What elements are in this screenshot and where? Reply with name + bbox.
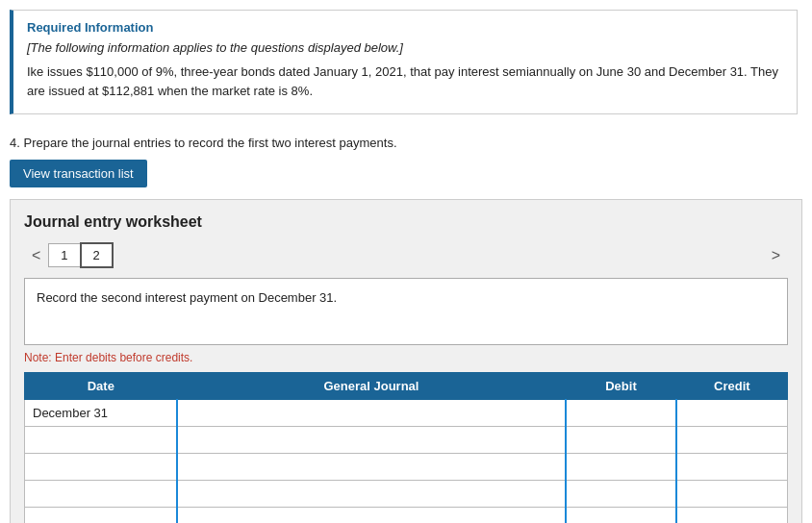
date-cell-1: December 31: [25, 400, 178, 427]
header-credit: Credit: [676, 373, 787, 400]
journal-input-1[interactable]: [178, 400, 565, 426]
debit-input-1[interactable]: [567, 400, 675, 426]
journal-cell-3[interactable]: [177, 454, 566, 481]
view-transaction-button[interactable]: View transaction list: [10, 160, 147, 187]
credit-cell-3[interactable]: [676, 454, 787, 481]
header-debit: Debit: [566, 373, 676, 400]
date-cell-5: [25, 508, 178, 524]
table-row: [25, 508, 788, 524]
journal-cell-1[interactable]: [177, 400, 566, 427]
journal-input-4[interactable]: [178, 481, 565, 507]
required-info-subtitle: [The following information applies to th…: [27, 40, 783, 55]
debit-input-5[interactable]: [567, 508, 675, 523]
tab-navigation: < 1 2 >: [24, 242, 788, 268]
tab-next-arrow[interactable]: >: [764, 248, 788, 263]
journal-cell-4[interactable]: [177, 481, 566, 508]
tab-prev-arrow[interactable]: <: [24, 248, 48, 263]
credit-cell-1[interactable]: [676, 400, 787, 427]
credit-cell-4[interactable]: [676, 481, 787, 508]
table-row: [25, 427, 788, 454]
debit-input-2[interactable]: [567, 427, 675, 453]
debit-cell-5[interactable]: [566, 508, 676, 524]
tab-2[interactable]: 2: [80, 242, 114, 268]
debit-input-4[interactable]: [567, 481, 675, 507]
header-date: Date: [25, 373, 178, 400]
credit-input-1[interactable]: [677, 400, 787, 426]
journal-input-5[interactable]: [178, 508, 565, 523]
credit-input-5[interactable]: [677, 508, 787, 523]
journal-input-3[interactable]: [178, 454, 565, 480]
required-info-box: Required Information [The following info…: [10, 10, 798, 114]
journal-input-2[interactable]: [178, 427, 565, 453]
table-row: [25, 481, 788, 508]
credit-input-4[interactable]: [677, 481, 787, 507]
debit-input-3[interactable]: [567, 454, 675, 480]
table-row: [25, 454, 788, 481]
credit-cell-2[interactable]: [676, 427, 787, 454]
journal-cell-5[interactable]: [177, 508, 566, 524]
worksheet-title: Journal entry worksheet: [24, 213, 788, 231]
date-cell-3: [25, 454, 178, 481]
credit-input-3[interactable]: [677, 454, 787, 480]
worksheet-container: Journal entry worksheet < 1 2 > Record t…: [10, 199, 802, 523]
date-cell-4: [25, 481, 178, 508]
debit-cell-1[interactable]: [566, 400, 676, 427]
journal-cell-2[interactable]: [177, 427, 566, 454]
required-info-title: Required Information: [27, 20, 783, 35]
note-text: Note: Enter debits before credits.: [24, 351, 788, 364]
question-section: 4. Prepare the journal entries to record…: [0, 124, 812, 160]
table-row: December 31: [25, 400, 788, 427]
debit-cell-4[interactable]: [566, 481, 676, 508]
debit-cell-2[interactable]: [566, 427, 676, 454]
tab-1[interactable]: 1: [48, 243, 79, 267]
question-text: Prepare the journal entries to record th…: [23, 136, 396, 150]
header-journal: General Journal: [177, 373, 566, 400]
question-number: 4.: [10, 136, 20, 150]
credit-input-2[interactable]: [677, 427, 787, 453]
credit-cell-5[interactable]: [676, 508, 787, 524]
debit-cell-3[interactable]: [566, 454, 676, 481]
description-box: Record the second interest payment on De…: [24, 278, 788, 345]
date-cell-2: [25, 427, 178, 454]
required-info-body: Ike issues $110,000 of 9%, three-year bo…: [27, 62, 783, 100]
journal-table: Date General Journal Debit Credit Decemb…: [24, 372, 788, 523]
